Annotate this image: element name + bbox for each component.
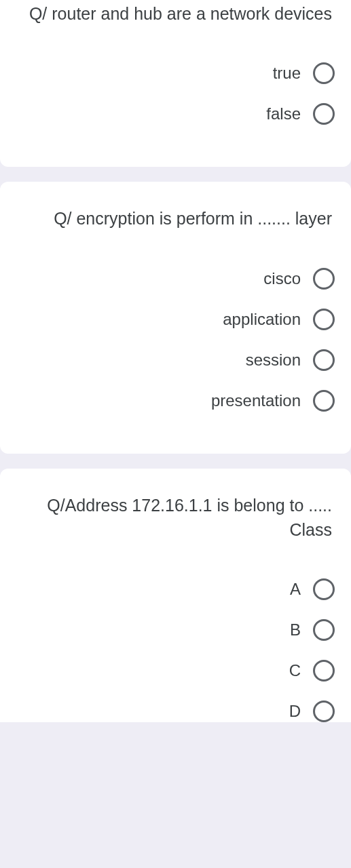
question-text: Q/ encryption is perform in ....... laye… bbox=[0, 182, 351, 237]
option-label: session bbox=[246, 351, 301, 370]
option-row[interactable]: B bbox=[8, 610, 335, 650]
option-label: false bbox=[266, 104, 301, 123]
radio-icon[interactable] bbox=[313, 349, 335, 371]
question-card-1: Q/ router and hub are a network devices … bbox=[0, 0, 351, 167]
options-group: A B C D bbox=[0, 549, 351, 722]
radio-icon[interactable] bbox=[313, 62, 335, 84]
option-label: true bbox=[273, 64, 301, 83]
option-row[interactable]: application bbox=[8, 299, 335, 340]
option-label: B bbox=[290, 620, 301, 639]
radio-icon[interactable] bbox=[313, 660, 335, 682]
option-label: C bbox=[289, 661, 301, 680]
option-label: application bbox=[223, 310, 301, 329]
option-row[interactable]: true bbox=[8, 53, 335, 94]
radio-icon[interactable] bbox=[313, 268, 335, 290]
radio-icon[interactable] bbox=[313, 390, 335, 412]
question-text: Q/ router and hub are a network devices bbox=[0, 0, 351, 33]
option-label: presentation bbox=[211, 391, 301, 410]
radio-icon[interactable] bbox=[313, 578, 335, 600]
option-label: A bbox=[290, 580, 301, 599]
option-row[interactable]: A bbox=[8, 569, 335, 610]
option-row[interactable]: false bbox=[8, 94, 335, 134]
question-card-2: Q/ encryption is perform in ....... laye… bbox=[0, 182, 351, 453]
option-row[interactable]: session bbox=[8, 340, 335, 380]
option-label: cisco bbox=[263, 269, 301, 288]
radio-icon[interactable] bbox=[313, 619, 335, 641]
radio-icon[interactable] bbox=[313, 309, 335, 330]
options-group: cisco application session presentation bbox=[0, 238, 351, 454]
radio-icon[interactable] bbox=[313, 103, 335, 125]
option-row[interactable]: cisco bbox=[8, 258, 335, 299]
question-text: Q/Address 172.16.1.1 is belong to ..... … bbox=[0, 469, 351, 549]
radio-icon[interactable] bbox=[313, 701, 335, 722]
option-row[interactable]: presentation bbox=[8, 380, 335, 421]
option-row[interactable]: C bbox=[8, 650, 335, 691]
option-row[interactable]: D bbox=[8, 691, 335, 722]
option-label: D bbox=[289, 702, 301, 721]
options-group: true false bbox=[0, 33, 351, 167]
question-card-3: Q/Address 172.16.1.1 is belong to ..... … bbox=[0, 469, 351, 723]
